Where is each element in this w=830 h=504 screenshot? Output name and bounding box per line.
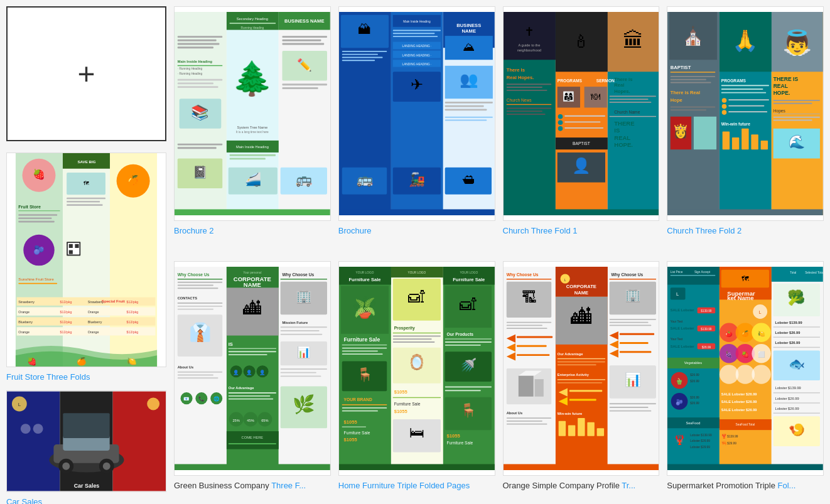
brochure2-label: Brochure 2 <box>174 225 331 237</box>
svg-text:$1055: $1055 <box>446 432 460 438</box>
svg-rect-197 <box>506 87 542 88</box>
svg-text:Your Text: Your Text <box>671 319 683 323</box>
svg-rect-422 <box>569 399 596 400</box>
svg-text:PROGRAMS: PROGRAMS <box>721 78 746 83</box>
new-blank-template[interactable]: + <box>6 6 166 145</box>
svg-rect-396 <box>516 354 549 356</box>
svg-rect-127 <box>445 117 492 118</box>
svg-rect-230 <box>728 105 764 107</box>
svg-point-184 <box>558 126 563 131</box>
new-template-thumb[interactable]: + <box>6 6 166 141</box>
orange-corp-template[interactable]: Why Choose Us 🏗 <box>503 261 660 505</box>
svg-rect-265 <box>178 308 213 309</box>
brochure-template[interactable]: BUSINESS NAME ⛰ 👥 <box>338 6 495 254</box>
svg-text:🍓: 🍓 <box>33 168 45 180</box>
svg-rect-133 <box>342 56 383 58</box>
svg-text:👔: 👔 <box>189 321 212 343</box>
svg-rect-260 <box>178 284 213 286</box>
svg-rect-249 <box>671 109 706 110</box>
plus-icon: + <box>77 59 95 89</box>
green-biz-template[interactable]: Why Choose Us CONTACTS <box>174 261 331 505</box>
svg-rect-369 <box>445 338 491 339</box>
svg-text:Blueberry: Blueberry <box>88 320 102 324</box>
svg-text:👤: 👤 <box>571 156 590 174</box>
svg-text:$12/pkg: $12/pkg <box>127 320 139 324</box>
church-fold1-label: Church Three Fold 1 <box>503 225 660 237</box>
svg-text:Hope: Hope <box>671 97 682 103</box>
svg-rect-399 <box>534 379 543 397</box>
svg-rect-402 <box>506 417 551 419</box>
svg-text:· Running Heading: · Running Heading <box>178 72 203 75</box>
svg-rect-340 <box>342 407 387 408</box>
svg-rect-374 <box>445 386 491 387</box>
svg-text:BAPTIST: BAPTIST <box>573 142 590 146</box>
svg-text:🚿: 🚿 <box>460 357 477 373</box>
home-furniture-template[interactable]: YOUR LOGO Furniture Sale 🪴 Furniture Sal… <box>338 261 495 505</box>
svg-text:System Tree Name: System Tree Name <box>237 126 267 129</box>
svg-point-60 <box>62 463 70 470</box>
svg-text:Real Hopes.: Real Hopes. <box>506 75 534 80</box>
svg-rect-523 <box>773 336 820 337</box>
svg-text:COME HERE: COME HERE <box>242 436 264 439</box>
car-sales-template[interactable]: L Car Sales Car Sales <box>6 390 166 504</box>
church-fold2-thumb: 👼 THERE IS REAL HOPE. Hopes <box>667 6 824 221</box>
svg-text:$1055: $1055 <box>394 389 407 395</box>
svg-rect-415 <box>557 364 596 365</box>
svg-rect-103 <box>230 154 276 156</box>
svg-rect-308 <box>281 279 327 279</box>
svg-rect-214 <box>773 103 812 104</box>
brochure2-template[interactable]: Secondary Heading Running Heading BUSINE… <box>174 6 331 254</box>
supermarket-template[interactable]: List Price Sign Accept L SALE Lobster $1… <box>667 261 824 505</box>
church-fold2-template[interactable]: 👼 THERE IS REAL HOPE. Hopes <box>667 6 824 254</box>
svg-text:$29.99: $29.99 <box>728 442 737 445</box>
svg-text:🍋: 🍋 <box>127 357 137 367</box>
svg-text:Lobster $139.99: Lobster $139.99 <box>775 320 802 324</box>
svg-rect-9 <box>18 214 57 216</box>
svg-rect-521 <box>773 326 820 327</box>
svg-text:🦞: 🦞 <box>721 432 727 438</box>
svg-rect-138 <box>393 33 435 34</box>
svg-text:Secondary Heading: Secondary Heading <box>237 17 268 21</box>
svg-rect-185 <box>564 127 603 129</box>
svg-text:SALE Lobster: SALE Lobster <box>671 308 694 312</box>
fruit-store-template[interactable]: SAVE BIG 🍓 Fruit Store 🫐 <box>6 153 166 383</box>
svg-text:⛪: ⛪ <box>682 25 704 47</box>
svg-text:🙏: 🙏 <box>732 28 758 53</box>
svg-rect-126 <box>445 109 487 110</box>
svg-text:Real: Real <box>614 82 624 88</box>
svg-text:BAPTIST: BAPTIST <box>671 65 691 70</box>
svg-rect-445 <box>609 406 648 407</box>
svg-rect-164 <box>609 99 648 100</box>
svg-text:Main Inside Heading: Main Inside Heading <box>403 20 431 23</box>
svg-text:Lobster $29.99: Lobster $29.99 <box>690 445 710 448</box>
svg-text:Church Name: Church Name <box>614 110 640 114</box>
svg-rect-217 <box>773 117 820 118</box>
svg-rect-245 <box>671 82 711 83</box>
svg-text:Our Advantage: Our Advantage <box>229 386 254 390</box>
svg-text:YOUR LOGO: YOUR LOGO <box>460 271 478 274</box>
svg-rect-226 <box>721 92 766 94</box>
svg-rect-139 <box>393 36 438 37</box>
svg-rect-388 <box>506 321 551 323</box>
svg-text:Main Inside Heading: Main Inside Heading <box>236 145 269 149</box>
svg-text:🦞: 🦞 <box>674 434 686 446</box>
svg-text:$1055: $1055 <box>394 408 407 414</box>
svg-text:👥: 👥 <box>460 70 478 88</box>
svg-rect-234 <box>723 132 730 150</box>
svg-text:🛋: 🛋 <box>408 287 425 306</box>
svg-text:🏙: 🏙 <box>571 304 592 328</box>
svg-rect-371 <box>445 344 480 345</box>
svg-rect-95 <box>283 40 321 41</box>
svg-text:L: L <box>564 278 566 281</box>
svg-rect-83 <box>178 43 220 45</box>
svg-rect-104 <box>230 158 266 160</box>
svg-text:$139.99: $139.99 <box>728 434 739 437</box>
svg-point-61 <box>103 463 110 470</box>
svg-rect-68 <box>63 413 109 438</box>
svg-rect-232 <box>728 111 767 112</box>
svg-text:List Price: List Price <box>671 270 683 273</box>
church-fold1-template[interactable]: 🏛 There is Real Hopes. Church Name <box>503 6 660 254</box>
svg-rect-375 <box>445 390 480 391</box>
svg-rect-333 <box>342 347 387 348</box>
svg-text:NAME: NAME <box>244 281 261 288</box>
